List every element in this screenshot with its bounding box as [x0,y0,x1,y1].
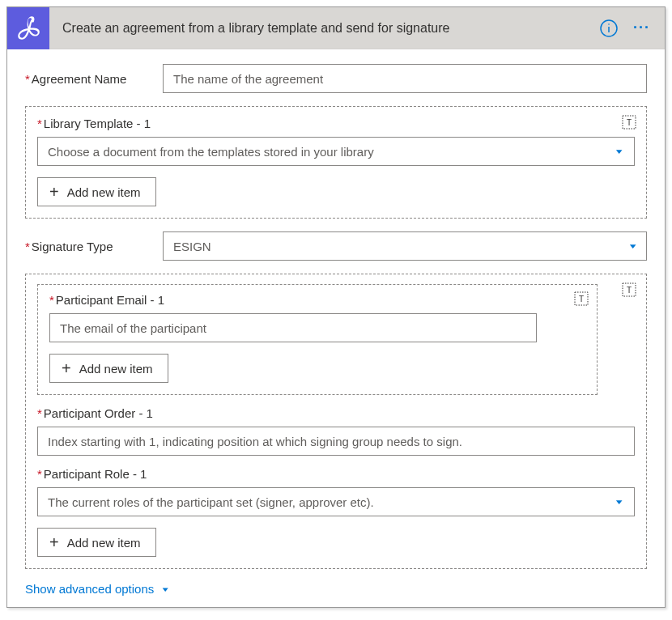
placeholder-text: The email of the participant [60,321,206,335]
library-template-add-button[interactable]: + Add new item [37,177,156,206]
participant-role-section: *Participant Role - 1 The current roles … [37,467,635,516]
button-label: Add new item [79,362,153,376]
participants-add-button[interactable]: + Add new item [37,528,156,557]
adobe-acrobat-icon [7,7,49,49]
plus-icon: + [49,534,59,550]
button-label: Add new item [67,185,141,199]
plus-icon: + [49,184,59,200]
svg-point-2 [608,23,610,25]
chevron-down-icon: ▼ [627,242,638,250]
action-card: Create an agreement from a library templ… [6,6,666,608]
svg-text:T: T [579,295,584,304]
participant-email-label: *Participant Email - 1 [49,293,585,307]
participants-group: T T *Participant Email - 1 The email of … [25,274,647,569]
participant-order-label: *Participant Order - 1 [37,406,635,420]
placeholder-text: Choose a document from the templates sto… [48,145,374,159]
info-icon[interactable] [599,19,619,38]
plus-icon: + [62,360,71,376]
svg-text:T: T [627,286,632,295]
library-template-group: T *Library Template - 1 Choose a documen… [25,106,647,219]
placeholder-text: Index starting with 1, indicating positi… [48,435,462,448]
array-mode-icon[interactable]: T [622,282,636,300]
array-mode-icon[interactable]: T [574,291,589,309]
chevron-down-icon: ▼ [614,498,624,506]
svg-text:T: T [627,118,632,127]
show-advanced-options-link[interactable]: Show advanced options ▼ [25,582,647,596]
more-icon[interactable]: ··· [633,19,650,36]
agreement-name-label: *Agreement Name [25,72,153,86]
link-text: Show advanced options [25,582,154,596]
signature-type-select[interactable]: ESIGN ▼ [163,231,647,261]
agreement-name-row: *Agreement Name The name of the agreemen… [25,64,647,93]
signature-type-row: *Signature Type ESIGN ▼ [25,231,647,261]
button-label: Add new item [67,536,141,550]
agreement-name-input[interactable]: The name of the agreement [163,64,647,93]
card-body: *Agreement Name The name of the agreemen… [7,49,665,607]
participant-role-label: *Participant Role - 1 [37,467,635,481]
placeholder-text: The current roles of the participant set… [48,495,374,509]
library-template-select[interactable]: Choose a document from the templates sto… [37,137,635,166]
participant-email-input[interactable]: The email of the participant [49,313,537,342]
participant-email-group: T *Participant Email - 1 The email of th… [37,284,598,395]
participant-role-select[interactable]: The current roles of the participant set… [37,487,635,516]
selected-value: ESIGN [173,240,211,253]
card-title: Create an agreement from a library templ… [49,21,599,36]
chevron-down-icon: ▼ [614,147,624,155]
header-actions: ··· [599,19,665,38]
placeholder-text: The name of the agreement [173,72,323,86]
participant-order-input[interactable]: Index starting with 1, indicating positi… [37,427,635,456]
array-mode-icon[interactable]: T [622,115,636,133]
signature-type-label: *Signature Type [25,240,153,253]
chevron-down-icon: ▼ [160,585,170,592]
library-template-label: *Library Template - 1 [37,117,635,130]
card-header: Create an agreement from a library templ… [7,7,665,49]
participant-email-add-button[interactable]: + Add new item [49,354,168,383]
participant-order-section: *Participant Order - 1 Index starting wi… [37,406,635,456]
